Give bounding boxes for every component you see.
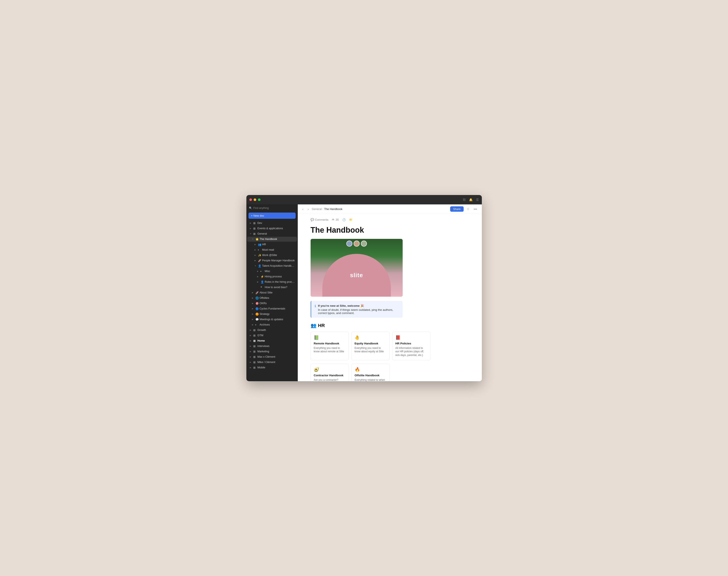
sidebar-item-handbook[interactable]: ▼ ⭐ The Handbook (247, 237, 297, 242)
arrow-icon: ▶ (250, 227, 252, 229)
sidebar-item-strategy[interactable]: ▶ 🟠 Strategy (247, 312, 297, 317)
sidebar-item-interviews[interactable]: ▶ ⊞ Interviews (247, 344, 297, 349)
clock-button[interactable]: 🕐 (342, 218, 346, 221)
sidebar-item-events[interactable]: ▶ ⊞ Events & applications (247, 226, 297, 231)
info-icon: ℹ (315, 304, 316, 315)
folder-icon: ⊞ (253, 366, 257, 369)
arrow-icon: ▶ (252, 318, 255, 320)
cycle-icon: 🔵 (255, 307, 259, 310)
sidebar-item-ta-handbook[interactable]: ▼ 👤 Talent Acquisition Handbook (247, 263, 297, 268)
sidebar-item-work[interactable]: ▶ ✨ Work @Slite (247, 253, 297, 258)
breadcrumb-general[interactable]: General (312, 207, 322, 211)
sidebar-item-dev[interactable]: ▶ ⊞ Dev (247, 221, 297, 226)
nav-back-button[interactable]: ‹ (301, 206, 305, 212)
sidebar-item-cycles[interactable]: ▶ 🔵 Cycles Fundamentals (247, 306, 297, 311)
rocket-icon: 🚀 (258, 259, 261, 262)
sidebar-item-general[interactable]: ▼ ⊞ General (247, 231, 297, 236)
card-contractor[interactable]: 🥑 Contractor Handbook Are you a contract… (311, 364, 349, 381)
history-icon: 🕐 (342, 218, 346, 221)
sidebar-item-marketing[interactable]: ▶ ⊞ Marketing (247, 349, 297, 354)
main-layout: 🔍 Find anything + New doc ▶ ⊞ Dev ▶ ⊞ Ev… (246, 204, 482, 381)
sidebar-item-growth[interactable]: ▶ ⊞ Growth (247, 328, 297, 333)
card-hr-icon: 📕 (396, 335, 427, 340)
new-doc-button[interactable]: + New doc (249, 212, 296, 219)
sidebar-item-roles[interactable]: ▶ 👤 Roles in the hiring process (247, 280, 297, 285)
arrow-icon: ▶ (255, 259, 257, 262)
folder-button[interactable]: 📁 (349, 218, 353, 221)
people-icon: 👥 (258, 243, 261, 246)
close-button[interactable] (250, 198, 252, 201)
folder-icon: 📁 (349, 218, 353, 221)
sidebar-item-home[interactable]: ▶ ⊞ Home (247, 338, 297, 343)
sidebar-item-pm-handbook[interactable]: ▶ 🚀 People Manager Handbook (247, 258, 297, 263)
hr-cards-grid: 📗 Remote Handbook Everything you need to… (311, 332, 431, 360)
folder-icon: ⊞ (253, 339, 257, 343)
sidebar-item-hiring[interactable]: ▶ ⚡ Hiring process (247, 274, 297, 279)
sidebar-item-offsites[interactable]: ▶ 🌐 Offslites (247, 296, 297, 300)
arrow-icon: ▼ (255, 265, 257, 267)
arrow-icon: ▼ (252, 238, 255, 240)
comments-button[interactable]: 💬 Comments (311, 218, 328, 221)
bell-icon[interactable]: 🔔 (469, 198, 473, 201)
quote-icon: ❝ (261, 286, 264, 289)
app-window: ⛓ 🔔 ☰ 🔍 Find anything + New doc ▶ ⊞ Dev … (246, 195, 482, 381)
hero-brand-text: slite (350, 272, 363, 279)
sidebar-item-bias[interactable]: ▶ ❝ How to avoid bias? (247, 285, 297, 290)
hr-cards-grid-2: 🥑 Contractor Handbook Are you a contract… (311, 364, 390, 381)
share-button[interactable]: Share (450, 206, 464, 212)
sidebar-item-mustread[interactable]: ▶ ▪ Must read (247, 248, 297, 252)
doc-meta: 💬 Comments 👁 35 🕐 📁 (311, 218, 469, 221)
arrow-icon: ▶ (252, 313, 255, 315)
star-button[interactable]: ☆ (465, 206, 471, 212)
menu-icon[interactable]: ☰ (476, 198, 479, 201)
sidebar-item-max-clement[interactable]: ▶ ⊞ Max x Clément (247, 354, 297, 359)
sidebar-item-archives[interactable]: ▶ ▪ Archives (247, 322, 297, 327)
topbar-actions: Share ☆ ••• (450, 206, 478, 212)
arrow-icon: ▶ (250, 340, 252, 342)
card-equity-title: Equity Handbook (354, 342, 386, 345)
card-hr-policies[interactable]: 📕 HR Policies All information related to… (392, 332, 431, 360)
nav-forward-button[interactable]: › (307, 206, 310, 212)
sidebar-item-meetings[interactable]: ▶ 💬 Meetings & updates (247, 317, 297, 322)
sparkle-icon: ✨ (258, 254, 261, 257)
sidebar-item-mike[interactable]: ▶ ⊞ Mike / Clément (247, 360, 297, 365)
card-contractor-icon: 🥑 (314, 367, 346, 372)
arrow-icon: ▶ (252, 324, 255, 326)
lightning-icon: ⚡ (261, 275, 264, 278)
arrow-icon: ▶ (250, 367, 252, 369)
card-contractor-desc: Are you a contractor? Here's everything … (314, 378, 346, 381)
sidebar-item-about[interactable]: ▶ 🚀 About Slite (247, 290, 297, 295)
doc-icon: ▪ (261, 270, 264, 273)
sidebar-item-okrs[interactable]: ▶ 🎯 OKRs (247, 301, 297, 306)
search-input[interactable]: 🔍 Find anything (246, 204, 298, 212)
folder-icon: ⊞ (253, 350, 257, 353)
card-offslite-desc: Everything related to when we get the wh… (355, 378, 386, 381)
doc-content: 💬 Comments 👁 35 🕐 📁 The Handbook (298, 214, 482, 381)
folder-icon: ⊞ (253, 334, 257, 337)
sidebar-item-gtm[interactable]: ▶ ⊞ GTM (247, 333, 297, 338)
folder-icon: ⊞ (253, 361, 257, 364)
folder-icon: ⊞ (253, 227, 257, 230)
breadcrumb: General / The Handbook (312, 207, 343, 211)
person-icon: 👤 (261, 280, 264, 284)
more-options-button[interactable]: ••• (472, 206, 478, 212)
page-title: The Handbook (311, 226, 469, 235)
arrow-icon: ▶ (250, 361, 252, 363)
hr-section-icon: 👥 (311, 323, 316, 328)
arrow-icon: ▶ (250, 334, 252, 337)
maximize-button[interactable] (258, 198, 261, 201)
minimize-button[interactable] (254, 198, 256, 201)
arrow-icon: ▶ (252, 308, 255, 310)
sidebar-item-misc[interactable]: ▶ ▪ Misc (247, 269, 297, 274)
card-contractor-title: Contractor Handbook (314, 374, 346, 377)
sidebar-item-mobile[interactable]: ▶ ⊞ Mobile (247, 365, 297, 370)
card-offslite[interactable]: 🔥 Offslite Handbook Everything related t… (351, 364, 390, 381)
card-remote[interactable]: 📗 Remote Handbook Everything you need to… (311, 332, 349, 360)
card-equity[interactable]: 🤚 Equity Handbook Everything you need to… (351, 332, 389, 360)
rocket-icon: 🚀 (255, 291, 259, 294)
sidebar-item-hr[interactable]: ▶ 👥 HR (247, 242, 297, 247)
info-box: ℹ If you're new at Slite, welcome 🎉 In c… (311, 301, 403, 318)
card-equity-desc: Everything you need to know about equity… (354, 346, 386, 354)
link-icon[interactable]: ⛓ (463, 198, 466, 201)
folder-icon: ⊞ (253, 222, 257, 225)
